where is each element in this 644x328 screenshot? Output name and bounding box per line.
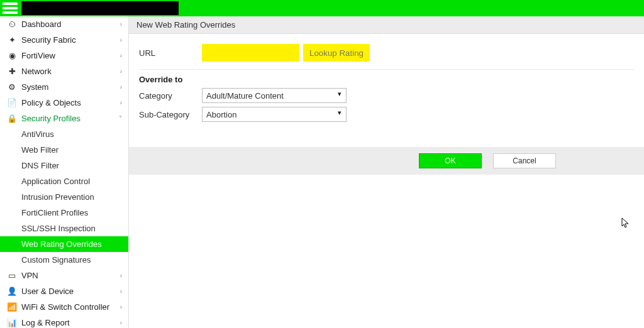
override-heading: Override to [139, 69, 634, 84]
sidebar-item-label: Dashboard [21, 19, 62, 29]
sidebar: ⏲Dashboard›✦Security Fabric›◉FortiView›✚… [0, 16, 129, 328]
chevron-icon: › [120, 36, 122, 43]
chevron-icon: › [120, 84, 122, 90]
wifi-icon: 📶 [6, 302, 18, 312]
chevron-icon: › [120, 319, 122, 326]
lock-icon: 🔒 [6, 114, 18, 123]
sidebar-item-dashboard[interactable]: ⏲Dashboard› [0, 16, 128, 32]
action-bar: OK Cancel [129, 147, 644, 175]
mouse-cursor-icon [621, 217, 630, 229]
sidebar-item-fortiview[interactable]: ◉FortiView› [0, 48, 128, 63]
sidebar-subitem-dnsfilter[interactable]: DNS Filter [0, 158, 128, 173]
sidebar-item-vpn[interactable]: ▭VPN› [0, 268, 128, 283]
chevron-icon: › [120, 52, 122, 59]
network-icon: ✚ [6, 67, 18, 76]
sidebar-item-label: User & Device [21, 287, 74, 296]
sidebar-item-label: Network [21, 67, 52, 76]
sidebar-item-label: VPN [21, 271, 38, 280]
subcategory-select[interactable]: Abortion [202, 107, 347, 122]
chevron-icon: › [120, 272, 122, 279]
sidebar-subitem-wro[interactable]: Web Rating Overrides [0, 236, 128, 252]
eye-icon: ◉ [6, 51, 18, 60]
category-label: Category [139, 91, 202, 101]
sidebar-item-user[interactable]: 👤User & Device› [0, 283, 128, 299]
sidebar-item-security-profiles[interactable]: 🔒Security Profiles˅ [0, 111, 128, 126]
redacted-title [21, 1, 179, 15]
policy-icon: 📄 [6, 98, 18, 107]
subcategory-label: Sub-Category [139, 110, 202, 119]
sidebar-item-policy[interactable]: 📄Policy & Objects› [0, 95, 128, 111]
chevron-icon: ˅ [119, 115, 122, 122]
chevron-icon: › [120, 288, 122, 295]
sidebar-item-system[interactable]: ⚙System› [0, 79, 128, 95]
sidebar-item-label: Policy & Objects [21, 98, 81, 107]
sidebar-item-label: WiFi & Switch Controller [21, 302, 109, 312]
gauge-icon: ⏲ [6, 19, 18, 29]
user-icon: 👤 [6, 287, 18, 296]
sidebar-subitem-appcontrol[interactable]: Application Control [0, 173, 128, 189]
sidebar-item-security-fabric[interactable]: ✦Security Fabric› [0, 32, 128, 48]
sidebar-item-label: System [21, 82, 48, 92]
category-select[interactable]: Adult/Mature Content [202, 88, 347, 103]
ok-button[interactable]: OK [419, 153, 482, 168]
fabric-icon: ✦ [6, 35, 18, 45]
url-label: URL [139, 48, 202, 58]
app-menu-icon[interactable] [3, 3, 18, 14]
chevron-icon: › [120, 21, 122, 28]
chevron-icon: › [120, 303, 122, 310]
chevron-icon: › [120, 68, 122, 75]
sidebar-item-label: Log & Report [21, 318, 70, 327]
gear-icon: ⚙ [6, 82, 18, 92]
sidebar-item-network[interactable]: ✚Network› [0, 63, 128, 79]
sidebar-subitem-ssl[interactable]: SSL/SSH Inspection [0, 221, 128, 236]
chevron-icon: › [120, 99, 122, 106]
chart-icon: 📊 [6, 318, 18, 327]
top-bar [0, 0, 644, 16]
cancel-button[interactable]: Cancel [493, 153, 556, 168]
main-pane: New Web Rating Overrides URL Lookup Rati… [129, 16, 644, 175]
sidebar-subitem-ips[interactable]: Intrusion Prevention [0, 189, 128, 205]
sidebar-subitem-custsig[interactable]: Custom Signatures [0, 252, 128, 268]
sidebar-subitem-antivirus[interactable]: AntiVirus [0, 126, 128, 142]
sidebar-item-label: Security Profiles [21, 114, 80, 123]
pane-title: New Web Rating Overrides [129, 16, 644, 34]
sidebar-item-label: Security Fabric [21, 35, 76, 45]
sidebar-item-label: FortiView [21, 51, 55, 60]
vpn-icon: ▭ [6, 271, 18, 280]
sidebar-subitem-forticlient[interactable]: FortiClient Profiles [0, 205, 128, 221]
sidebar-subitem-webfilter[interactable]: Web Filter [0, 142, 128, 158]
sidebar-item-wifi[interactable]: 📶WiFi & Switch Controller› [0, 299, 128, 315]
sidebar-item-log[interactable]: 📊Log & Report› [0, 315, 128, 328]
url-input[interactable] [202, 44, 299, 62]
lookup-rating-button[interactable]: Lookup Rating [303, 44, 370, 62]
